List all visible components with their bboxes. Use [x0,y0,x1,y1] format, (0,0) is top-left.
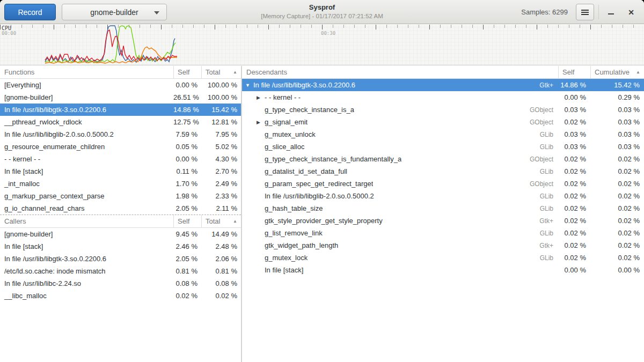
functions-column-header[interactable]: Functions [0,66,173,78]
descendant-category: Gtk+ [355,82,558,89]
descendant-row[interactable]: ▶ - - kernel - - 0.00 % 0.29 % [242,91,644,104]
callers-total-column-header[interactable]: Total ▲ [201,215,241,227]
caller-self-value: 0.02 % [173,292,201,300]
caller-row[interactable]: /etc/ld.so.cache: inode mismatch 0.81 % … [0,265,241,277]
caller-row[interactable]: In file /usr/lib/libgtk-3.so.0.2200.6 2.… [0,253,241,265]
function-name: g_io_channel_read_chars [0,204,173,212]
caller-total-value: 0.02 % [201,292,241,300]
tree-expander-icon[interactable]: ▶ [257,120,265,125]
function-self-value: 0.11 % [173,167,201,175]
descendants-cumulative-column-header[interactable]: Cumulative ▲ [590,66,644,78]
function-row[interactable]: _int_malloc 1.70 % 2.49 % [0,178,241,190]
function-row[interactable]: [Everything] 0.00 % 100.00 % [0,79,241,91]
descendants-cumulative-label: Cumulative [595,68,630,76]
caller-total-value: 2.48 % [201,242,241,250]
descendant-self-value: 0.02 % [558,192,590,200]
descendant-name: g_list_remove_link [265,229,323,237]
descendant-row[interactable]: g_datalist_id_set_data_full GLib 0.02 % … [242,165,644,178]
caller-name: /etc/ld.so.cache: inode mismatch [0,267,173,275]
descendant-row[interactable]: gtk_widget_path_length Gtk+ 0.02 % 0.02 … [242,239,644,252]
function-name: _int_malloc [0,180,173,188]
caller-name: In file /usr/lib/libgtk-3.so.0.2200.6 [0,255,173,263]
functions-table-header: Functions Self Total ▲ [0,66,241,79]
function-total-value: 2.11 % [201,204,241,212]
descendant-category: GLib [323,230,558,237]
descendant-row[interactable]: In file /usr/lib/libglib-2.0.so.0.5000.2… [242,190,644,202]
function-row[interactable]: - - kernel - - 0.00 % 4.30 % [0,153,241,165]
descendant-name: g_hash_table_size [265,204,323,212]
descendant-name: In file /usr/lib/libgtk-3.so.0.2200.6 [253,81,355,89]
cpu-series-red [45,30,177,61]
function-row[interactable]: g_resource_enumerate_children 0.05 % 5.0… [0,141,241,153]
function-total-value: 15.42 % [201,106,241,114]
descendant-cumulative-value: 0.29 % [590,93,644,101]
callers-column-header[interactable]: Callers [0,215,173,227]
caller-row[interactable]: In file [stack] 2.46 % 2.48 % [0,240,241,253]
descendant-row[interactable]: g_list_remove_link GLib 0.02 % 0.02 % [242,227,644,239]
function-row[interactable]: In file /usr/lib/libglib-2.0.so.0.5000.2… [0,128,241,141]
tree-expander-icon[interactable]: ▼ [245,83,253,88]
function-name: In file [stack] [0,167,173,175]
descendant-self-value: 14.86 % [558,81,590,89]
descendant-name: g_mutex_lock [265,254,308,262]
function-name: g_resource_enumerate_children [0,143,173,151]
function-row[interactable]: g_io_channel_read_chars 2.05 % 2.11 % [0,202,241,215]
descendant-cumulative-value: 0.02 % [590,204,644,212]
descendant-cumulative-value: 0.00 % [590,266,644,274]
descendant-row[interactable]: gtk_style_provider_get_style_property Gt… [242,215,644,227]
close-button[interactable]: ✕ [624,4,639,20]
callers-self-column-header[interactable]: Self [173,215,201,227]
descendant-cumulative-value: 0.03 % [590,143,644,151]
function-row[interactable]: In file /usr/lib/libgtk-3.so.0.2200.6 14… [0,104,241,116]
descendant-row[interactable]: g_mutex_unlock GLib 0.03 % 0.03 % [242,128,644,141]
function-row[interactable]: __pthread_rwlock_rdlock 12.75 % 12.81 % [0,116,241,128]
function-row[interactable]: g_markup_parse_context_parse 1.98 % 2.33… [0,190,241,202]
function-row[interactable]: [gnome-builder] 26.51 % 100.00 % [0,91,241,104]
descendant-self-value: 0.02 % [558,254,590,262]
functions-self-column-header[interactable]: Self [173,66,201,78]
headerbar-separator [598,5,599,19]
descendant-category: GLib [374,193,558,200]
function-total-value: 2.33 % [201,192,241,200]
descendant-row[interactable]: g_hash_table_size GLib 0.02 % 0.02 % [242,202,644,215]
descendants-column-header[interactable]: Descendants [242,66,558,78]
record-button[interactable]: Record [4,4,56,20]
descendant-row[interactable]: ▼ In file /usr/lib/libgtk-3.so.0.2200.6 … [242,79,644,91]
functions-total-label: Total [206,68,220,76]
descendant-self-value: 0.02 % [558,118,590,126]
process-selector[interactable]: gnome-builder [62,4,167,20]
function-row[interactable]: In file [stack] 0.11 % 2.70 % [0,165,241,178]
caller-row[interactable]: __libc_malloc 0.02 % 0.02 % [0,290,241,302]
tree-expander-icon[interactable]: ▶ [257,95,265,100]
caller-row[interactable]: [gnome-builder] 9.45 % 14.49 % [0,228,241,240]
caller-self-value: 2.46 % [173,242,201,250]
descendants-self-column-header[interactable]: Self [558,66,590,78]
descendant-row[interactable]: g_slice_alloc GLib 0.03 % 0.03 % [242,141,644,153]
descendant-self-value: 0.02 % [558,155,590,163]
caller-row[interactable]: In file /usr/lib/libc-2.24.so 0.08 % 0.0… [0,277,241,290]
descendant-self-value: 0.02 % [558,229,590,237]
descendant-row[interactable]: g_type_check_instance_is_a GObject 0.03 … [242,104,644,116]
descendant-category: GObject [401,156,558,163]
menu-button[interactable] [576,4,594,20]
descendant-row[interactable]: g_mutex_lock GLib 0.02 % 0.02 % [242,252,644,264]
minimize-button[interactable] [603,4,618,20]
samples-count: Samples: 6299 [521,0,568,24]
descendant-row[interactable]: g_type_check_instance_is_fundamentally_a… [242,153,644,165]
descendant-row[interactable]: In file [stack] 0.00 % 0.00 % [242,264,644,276]
descendant-cumulative-value: 0.02 % [590,167,644,175]
function-name: In file /usr/lib/libgtk-3.so.0.2200.6 [0,106,173,114]
function-self-value: 14.86 % [173,106,201,114]
descendant-category: Gtk+ [338,242,558,249]
caller-total-value: 14.49 % [201,230,241,238]
process-selector-label: gnome-builder [90,8,138,17]
function-total-value: 5.02 % [201,143,241,151]
functions-table: [Everything] 0.00 % 100.00 % [gnome-buil… [0,79,241,215]
timeline-start-label: 00:00 [2,31,16,36]
function-self-value: 0.00 % [173,81,201,89]
descendant-row[interactable]: g_param_spec_get_redirect_target GObject… [242,178,644,190]
function-name: In file /usr/lib/libglib-2.0.so.0.5000.2 [0,130,173,138]
descendant-row[interactable]: ▶ g_signal_emit GObject 0.02 % 0.03 % [242,116,644,128]
functions-total-column-header[interactable]: Total ▲ [201,66,241,78]
caller-name: In file /usr/lib/libc-2.24.so [0,279,173,287]
